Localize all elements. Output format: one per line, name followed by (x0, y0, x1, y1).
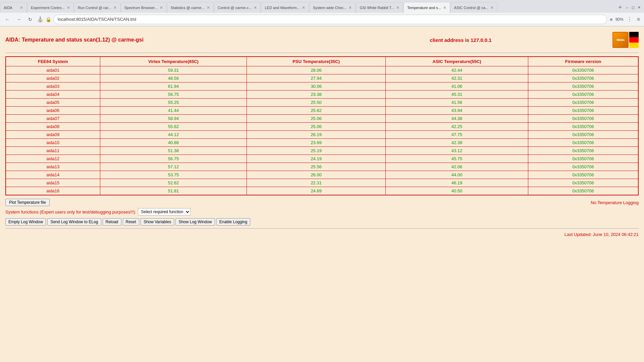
star-icon[interactable]: ★ (609, 17, 613, 22)
tab-close-4[interactable]: ✕ (207, 5, 210, 10)
new-tab-button[interactable]: + (615, 2, 625, 13)
cell-9-4: 0x3350706 (528, 139, 638, 147)
cell-10-3: 43.12 (386, 147, 528, 155)
cell-4-2: 25.50 (247, 99, 386, 107)
table-header-2: PSU Temperature(35C) (247, 57, 386, 66)
browser-tab-3[interactable]: Spectrum Browser...✕ (121, 2, 167, 13)
tab-close-2[interactable]: ✕ (113, 5, 117, 10)
cell-12-2: 25.56 (247, 163, 386, 171)
plot-temperature-button[interactable]: Plot Temperature file (5, 199, 50, 206)
table-row-14: aida1552.6222.3146.190x3350706 (6, 179, 638, 187)
action-btn-2[interactable]: Reload (103, 218, 121, 226)
browser-tab-7[interactable]: System wide Chec...✕ (309, 2, 356, 13)
cell-4-4: 0x3350706 (528, 99, 638, 107)
midas-logo: Midas (612, 32, 629, 48)
browser-tab-1[interactable]: Experiment Contro...✕ (27, 2, 74, 13)
action-btn-6[interactable]: Enable Logging (216, 218, 250, 226)
table-row-4: aida0555.2525.5041.560x3350706 (6, 99, 638, 107)
header-separator (5, 53, 639, 53)
cell-14-4: 0x3350706 (528, 179, 638, 187)
cell-3-3: 45.31 (386, 90, 528, 99)
page-content: AIDA: Temperature and status scan(1.12) … (0, 26, 644, 362)
table-row-0: aida0159.3128.0642.440x3350706 (6, 66, 638, 74)
cell-11-4: 0x3350706 (528, 155, 638, 163)
maximize-button[interactable]: ◻ (631, 5, 635, 10)
table-row-7: aida0855.6225.0642.250x3350706 (6, 123, 638, 131)
tab-close-3[interactable]: ✕ (160, 5, 163, 10)
menu-button[interactable]: ≡ (636, 16, 641, 22)
tab-close-8[interactable]: ✕ (396, 5, 399, 10)
browser-tab-9[interactable]: Temperature and s...✕ (404, 2, 450, 13)
tab-label-7: System wide Chec... (313, 6, 346, 10)
browser-tab-4[interactable]: Statistics @ carme...✕ (167, 2, 214, 13)
table-row-8: aida0944.1226.1947.750x3350706 (6, 131, 638, 139)
table-row-6: aida0758.9425.0644.380x3350706 (6, 115, 638, 123)
address-input[interactable] (53, 15, 607, 24)
table-header-3: ASIC Temperature(55C) (386, 57, 528, 66)
table-row-5: aida0641.4425.6243.940x3350706 (6, 107, 638, 115)
reload-button[interactable]: ↻ (25, 15, 35, 24)
tab-close-5[interactable]: ✕ (254, 5, 257, 10)
browser-chrome: AIDA✕Experiment Contro...✕Run Control @ … (0, 0, 644, 26)
action-btn-3[interactable]: Reset (123, 218, 139, 226)
cell-5-0: aida06 (6, 107, 100, 115)
extensions-button[interactable]: ⋮ (626, 16, 634, 22)
tab-close-1[interactable]: ✕ (67, 5, 70, 10)
page-header: AIDA: Temperature and status scan(1.12) … (5, 30, 639, 50)
cell-11-1: 56.75 (100, 155, 247, 163)
close-window-button[interactable]: ✕ (637, 5, 641, 10)
minimize-button[interactable]: ‒ (625, 5, 629, 10)
cell-15-2: 24.69 (247, 187, 386, 195)
browser-tab-2[interactable]: Run Control @ car...✕ (74, 2, 120, 13)
action-btn-1[interactable]: Send Log Window to ELog (47, 218, 101, 226)
browser-tab-0[interactable]: AIDA✕ (0, 2, 27, 13)
browser-tab-5[interactable]: Control @ carme-c...✕ (214, 2, 261, 13)
cell-13-0: aida14 (6, 171, 100, 179)
cell-12-0: aida13 (6, 163, 100, 171)
cell-15-1: 51.81 (100, 187, 247, 195)
cell-8-4: 0x3350706 (528, 131, 638, 139)
tab-close-6[interactable]: ✕ (302, 5, 305, 10)
cell-0-1: 59.31 (100, 66, 247, 74)
tab-close-0[interactable]: ✕ (20, 5, 23, 10)
action-btn-5[interactable]: Show Log Window (175, 218, 215, 226)
table-row-1: aida0248.5627.9442.310x3350706 (6, 74, 638, 82)
cell-5-3: 43.94 (386, 107, 528, 115)
table-header-1: Virtex Temperature(65C) (100, 57, 247, 66)
action-btn-4[interactable]: Show Variables (141, 218, 174, 226)
tab-close-9[interactable]: ✕ (443, 5, 446, 10)
cell-13-1: 53.75 (100, 171, 247, 179)
cell-6-1: 58.94 (100, 115, 247, 123)
cell-11-2: 24.19 (247, 155, 386, 163)
browser-tab-10[interactable]: ASIC Control @ ca...✕ (450, 2, 497, 13)
cell-5-4: 0x3350706 (528, 107, 638, 115)
home-button[interactable]: ⛪ (37, 16, 44, 22)
forward-button[interactable]: → (14, 15, 23, 24)
last-updated-text: Last Updated: June 10, 2024 06:42:21 (565, 232, 639, 237)
cell-12-3: 42.06 (386, 163, 528, 171)
cell-12-4: 0x3350706 (528, 163, 638, 171)
cell-13-4: 0x3350706 (528, 171, 638, 179)
cell-14-1: 52.62 (100, 179, 247, 187)
cell-14-3: 46.19 (386, 179, 528, 187)
table-row-2: aida0361.9430.0641.060x3350706 (6, 82, 638, 90)
tab-label-4: Statistics @ carme... (171, 6, 205, 10)
function-select[interactable]: Select required function (138, 208, 191, 216)
cell-6-0: aida07 (6, 115, 100, 123)
action-btn-0[interactable]: Empty Log Window (5, 218, 46, 226)
browser-tab-8[interactable]: GSI White Rabbit T...✕ (356, 2, 403, 13)
cell-14-0: aida15 (6, 179, 100, 187)
cell-15-0: aida16 (6, 187, 100, 195)
cell-10-1: 51.38 (100, 147, 247, 155)
browser-tab-6[interactable]: LED and Waveform...✕ (261, 2, 309, 13)
cell-2-0: aida03 (6, 82, 100, 90)
tab-label-10: ASIC Control @ ca... (454, 6, 488, 10)
table-row-9: aida1040.8823.6942.380x3350706 (6, 139, 638, 147)
tab-close-10[interactable]: ✕ (490, 5, 494, 10)
tab-close-7[interactable]: ✕ (348, 5, 352, 10)
tab-label-1: Experiment Contro... (31, 6, 65, 10)
cell-2-2: 30.06 (247, 82, 386, 90)
tab-label-2: Run Control @ car... (78, 6, 111, 10)
zoom-level: 90% (615, 17, 624, 22)
back-button[interactable]: ← (3, 15, 12, 24)
